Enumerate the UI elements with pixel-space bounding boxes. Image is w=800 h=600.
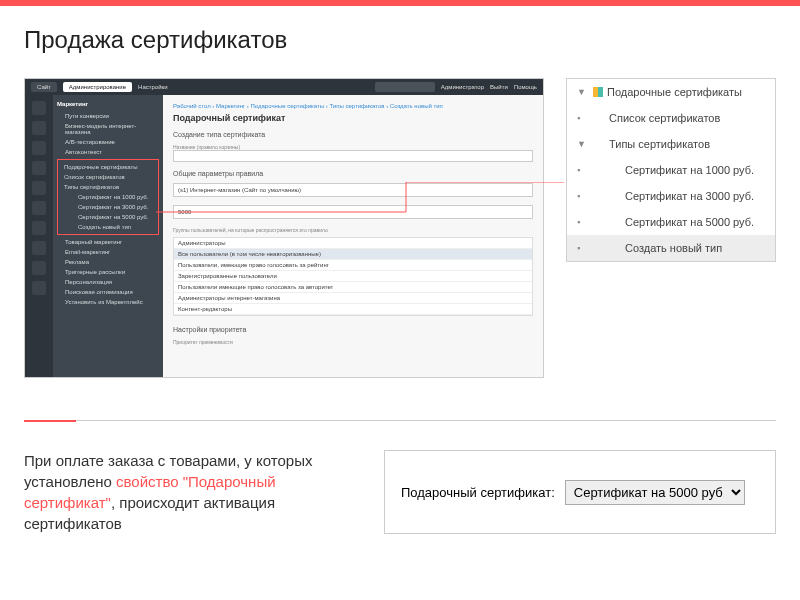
tree-item[interactable]: Email-маркетинг [57, 247, 159, 257]
topbar-site-button[interactable]: Сайт [31, 82, 57, 92]
gift-icon [593, 87, 603, 97]
list-item[interactable]: Пользователи, имеющие право голосовать з… [174, 260, 532, 271]
admin-topbar: Сайт Администрирование Настройки Админис… [25, 79, 543, 95]
list-item[interactable]: Администраторы интернет-магазина [174, 293, 532, 304]
field-label: Приоритет применимости [173, 339, 533, 345]
tree-item[interactable]: Сертификат на 5000 руб. [60, 212, 156, 222]
tree-heading: Маркетинг [57, 101, 159, 107]
rail-icon[interactable] [32, 261, 46, 275]
cert-select-mock: Подарочный сертификат: Сертификат на 500… [384, 450, 776, 534]
admin-content: Рабочий стол › Маркетинг › Подарочные се… [163, 95, 543, 377]
sum-input[interactable]: 5000 [173, 205, 533, 219]
breadcrumb[interactable]: Рабочий стол › Маркетинг › Подарочные се… [173, 103, 533, 109]
sidebar-icon-rail [25, 95, 53, 377]
rail-icon[interactable] [32, 161, 46, 175]
tree-item[interactable]: Автоконтекст [57, 147, 159, 157]
rail-icon[interactable] [32, 141, 46, 155]
tree-highlight-box: Подарочные сертификаты Список сертификат… [57, 159, 159, 235]
list-item[interactable]: Зарегистрированные пользователи [174, 271, 532, 282]
page-title: Продажа сертификатов [24, 26, 776, 54]
bullet-icon: ▪ [577, 243, 580, 253]
tree-item[interactable]: Пути конверсии [57, 111, 159, 121]
list-item[interactable]: Контент-редакторы [174, 304, 532, 315]
tree-item[interactable]: Список сертификатов [60, 172, 156, 182]
name-input[interactable] [173, 150, 533, 162]
description-text: При оплате заказа с товарами, у которых … [24, 450, 344, 534]
tree-item[interactable]: A/B-тестирование [57, 137, 159, 147]
section-label: Настройки приоритета [173, 326, 533, 333]
list-item[interactable]: Администраторы [174, 238, 532, 249]
bullet-icon: ▪ [577, 165, 580, 175]
rail-icon[interactable] [32, 221, 46, 235]
bullet-icon: ▪ [577, 191, 580, 201]
tree-item-gift[interactable]: Подарочные сертификаты [60, 162, 156, 172]
section-divider [24, 420, 776, 421]
bullet-icon: ▪ [577, 217, 580, 227]
zoom-item-gift-root[interactable]: ▼Подарочные сертификаты [567, 79, 775, 105]
tree-item[interactable]: Сертификат на 1000 руб. [60, 192, 156, 202]
chevron-down-icon: ▼ [577, 87, 586, 97]
list-item[interactable]: Пользователи имеющие право голосовать за… [174, 282, 532, 293]
tree-item[interactable]: Поисковая оптимизация [57, 287, 159, 297]
sidebar-tree: Маркетинг Пути конверсии Бизнес-модель и… [53, 95, 163, 377]
tree-item[interactable]: Сертификат на 3000 руб. [60, 202, 156, 212]
list-item[interactable]: Все пользователи (в том числе неавторизо… [174, 249, 532, 260]
topbar-user[interactable]: Администратор [441, 84, 484, 90]
rail-icon[interactable] [32, 241, 46, 255]
tree-item[interactable]: Создать новый тип [60, 222, 156, 232]
rail-icon[interactable] [32, 281, 46, 295]
zoom-item[interactable]: ▪Сертификат на 3000 руб. [567, 183, 775, 209]
site-select[interactable]: (s1) Интернет-магазин (Сайт по умолчанию… [173, 183, 533, 197]
tree-item[interactable]: Триггерные рассылки [57, 267, 159, 277]
tree-item[interactable]: Бизнес-модель интернет-магазина [57, 121, 159, 137]
admin-screenshot: Сайт Администрирование Настройки Админис… [24, 78, 544, 378]
topbar-settings[interactable]: Настройки [138, 84, 167, 90]
tree-item[interactable]: Типы сертификатов [60, 182, 156, 192]
section-label: Создание типа сертификата [173, 131, 533, 138]
tree-item[interactable]: Установить из Маркетплейс [57, 297, 159, 307]
zoom-item[interactable]: ▼Типы сертификатов [567, 131, 775, 157]
zoom-tree-panel: ▼Подарочные сертификаты ▪Список сертифик… [566, 78, 776, 262]
cert-select-label: Подарочный сертификат: [401, 485, 555, 500]
content-title: Подарочный сертификат [173, 113, 533, 123]
topbar-admin-button[interactable]: Администрирование [63, 82, 132, 92]
user-groups-list[interactable]: Администраторы Все пользователи (в том ч… [173, 237, 533, 316]
bullet-icon: ▪ [577, 113, 580, 123]
section-label: Общие параметры правила [173, 170, 533, 177]
rail-icon[interactable] [32, 121, 46, 135]
rail-icon[interactable] [32, 201, 46, 215]
groups-label: Группы пользователей, на которые распрос… [173, 227, 533, 233]
tree-item[interactable]: Реклама [57, 257, 159, 267]
rail-icon[interactable] [32, 181, 46, 195]
zoom-item-create[interactable]: ▪Создать новый тип [567, 235, 775, 261]
cert-select[interactable]: Сертификат на 5000 руб. [565, 480, 745, 505]
topbar-help[interactable]: Помощь [514, 84, 537, 90]
zoom-item[interactable]: ▪Сертификат на 1000 руб. [567, 157, 775, 183]
tree-item[interactable]: Товарный маркетинг [57, 237, 159, 247]
topbar-logout[interactable]: Выйти [490, 84, 508, 90]
chevron-down-icon: ▼ [577, 139, 586, 149]
tree-item[interactable]: Персонализация [57, 277, 159, 287]
topbar-search-input[interactable] [375, 82, 435, 92]
zoom-item[interactable]: ▪Список сертификатов [567, 105, 775, 131]
zoom-item[interactable]: ▪Сертификат на 5000 руб. [567, 209, 775, 235]
rail-icon[interactable] [32, 101, 46, 115]
